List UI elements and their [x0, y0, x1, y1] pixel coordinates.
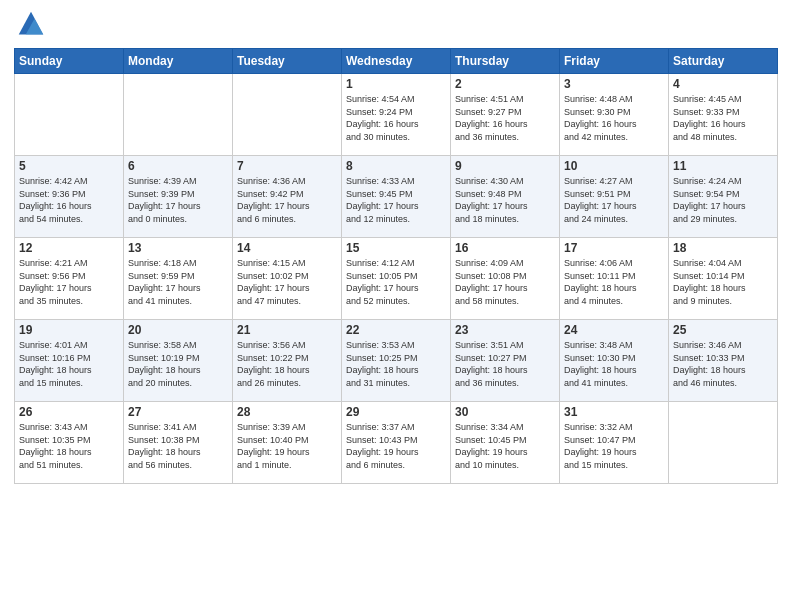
- day-cell-11: 11Sunrise: 4:24 AM Sunset: 9:54 PM Dayli…: [669, 156, 778, 238]
- calendar-table: SundayMondayTuesdayWednesdayThursdayFrid…: [14, 48, 778, 484]
- day-info: Sunrise: 4:24 AM Sunset: 9:54 PM Dayligh…: [673, 175, 773, 225]
- week-row-2: 5Sunrise: 4:42 AM Sunset: 9:36 PM Daylig…: [15, 156, 778, 238]
- col-header-wednesday: Wednesday: [342, 49, 451, 74]
- week-row-4: 19Sunrise: 4:01 AM Sunset: 10:16 PM Dayl…: [15, 320, 778, 402]
- day-number: 6: [128, 159, 228, 173]
- day-cell-24: 24Sunrise: 3:48 AM Sunset: 10:30 PM Dayl…: [560, 320, 669, 402]
- day-cell-12: 12Sunrise: 4:21 AM Sunset: 9:56 PM Dayli…: [15, 238, 124, 320]
- day-number: 12: [19, 241, 119, 255]
- day-cell-7: 7Sunrise: 4:36 AM Sunset: 9:42 PM Daylig…: [233, 156, 342, 238]
- day-number: 23: [455, 323, 555, 337]
- day-cell-15: 15Sunrise: 4:12 AM Sunset: 10:05 PM Dayl…: [342, 238, 451, 320]
- empty-cell: [124, 74, 233, 156]
- day-cell-19: 19Sunrise: 4:01 AM Sunset: 10:16 PM Dayl…: [15, 320, 124, 402]
- day-info: Sunrise: 4:39 AM Sunset: 9:39 PM Dayligh…: [128, 175, 228, 225]
- day-info: Sunrise: 4:42 AM Sunset: 9:36 PM Dayligh…: [19, 175, 119, 225]
- day-cell-1: 1Sunrise: 4:54 AM Sunset: 9:24 PM Daylig…: [342, 74, 451, 156]
- day-cell-17: 17Sunrise: 4:06 AM Sunset: 10:11 PM Dayl…: [560, 238, 669, 320]
- empty-cell: [233, 74, 342, 156]
- day-info: Sunrise: 4:30 AM Sunset: 9:48 PM Dayligh…: [455, 175, 555, 225]
- day-number: 8: [346, 159, 446, 173]
- day-number: 3: [564, 77, 664, 91]
- day-number: 27: [128, 405, 228, 419]
- day-number: 1: [346, 77, 446, 91]
- day-cell-26: 26Sunrise: 3:43 AM Sunset: 10:35 PM Dayl…: [15, 402, 124, 484]
- day-info: Sunrise: 3:32 AM Sunset: 10:47 PM Daylig…: [564, 421, 664, 471]
- day-cell-10: 10Sunrise: 4:27 AM Sunset: 9:51 PM Dayli…: [560, 156, 669, 238]
- day-number: 9: [455, 159, 555, 173]
- day-number: 21: [237, 323, 337, 337]
- day-info: Sunrise: 4:09 AM Sunset: 10:08 PM Daylig…: [455, 257, 555, 307]
- day-info: Sunrise: 4:01 AM Sunset: 10:16 PM Daylig…: [19, 339, 119, 389]
- day-info: Sunrise: 4:48 AM Sunset: 9:30 PM Dayligh…: [564, 93, 664, 143]
- day-cell-13: 13Sunrise: 4:18 AM Sunset: 9:59 PM Dayli…: [124, 238, 233, 320]
- day-info: Sunrise: 4:51 AM Sunset: 9:27 PM Dayligh…: [455, 93, 555, 143]
- day-number: 17: [564, 241, 664, 255]
- day-cell-3: 3Sunrise: 4:48 AM Sunset: 9:30 PM Daylig…: [560, 74, 669, 156]
- day-cell-4: 4Sunrise: 4:45 AM Sunset: 9:33 PM Daylig…: [669, 74, 778, 156]
- day-number: 5: [19, 159, 119, 173]
- week-row-3: 12Sunrise: 4:21 AM Sunset: 9:56 PM Dayli…: [15, 238, 778, 320]
- day-info: Sunrise: 3:34 AM Sunset: 10:45 PM Daylig…: [455, 421, 555, 471]
- empty-cell: [15, 74, 124, 156]
- day-cell-6: 6Sunrise: 4:39 AM Sunset: 9:39 PM Daylig…: [124, 156, 233, 238]
- day-info: Sunrise: 4:18 AM Sunset: 9:59 PM Dayligh…: [128, 257, 228, 307]
- col-header-monday: Monday: [124, 49, 233, 74]
- page: SundayMondayTuesdayWednesdayThursdayFrid…: [0, 0, 792, 492]
- day-number: 29: [346, 405, 446, 419]
- day-info: Sunrise: 3:51 AM Sunset: 10:27 PM Daylig…: [455, 339, 555, 389]
- day-cell-8: 8Sunrise: 4:33 AM Sunset: 9:45 PM Daylig…: [342, 156, 451, 238]
- day-cell-2: 2Sunrise: 4:51 AM Sunset: 9:27 PM Daylig…: [451, 74, 560, 156]
- day-cell-28: 28Sunrise: 3:39 AM Sunset: 10:40 PM Dayl…: [233, 402, 342, 484]
- day-info: Sunrise: 4:36 AM Sunset: 9:42 PM Dayligh…: [237, 175, 337, 225]
- day-info: Sunrise: 3:39 AM Sunset: 10:40 PM Daylig…: [237, 421, 337, 471]
- day-cell-21: 21Sunrise: 3:56 AM Sunset: 10:22 PM Dayl…: [233, 320, 342, 402]
- week-row-5: 26Sunrise: 3:43 AM Sunset: 10:35 PM Dayl…: [15, 402, 778, 484]
- day-info: Sunrise: 4:45 AM Sunset: 9:33 PM Dayligh…: [673, 93, 773, 143]
- day-number: 10: [564, 159, 664, 173]
- day-number: 20: [128, 323, 228, 337]
- day-number: 19: [19, 323, 119, 337]
- day-number: 15: [346, 241, 446, 255]
- day-info: Sunrise: 4:04 AM Sunset: 10:14 PM Daylig…: [673, 257, 773, 307]
- day-info: Sunrise: 4:21 AM Sunset: 9:56 PM Dayligh…: [19, 257, 119, 307]
- day-number: 22: [346, 323, 446, 337]
- col-header-tuesday: Tuesday: [233, 49, 342, 74]
- day-number: 30: [455, 405, 555, 419]
- day-cell-16: 16Sunrise: 4:09 AM Sunset: 10:08 PM Dayl…: [451, 238, 560, 320]
- day-number: 25: [673, 323, 773, 337]
- day-number: 13: [128, 241, 228, 255]
- col-header-thursday: Thursday: [451, 49, 560, 74]
- day-info: Sunrise: 4:54 AM Sunset: 9:24 PM Dayligh…: [346, 93, 446, 143]
- day-info: Sunrise: 4:27 AM Sunset: 9:51 PM Dayligh…: [564, 175, 664, 225]
- day-cell-31: 31Sunrise: 3:32 AM Sunset: 10:47 PM Dayl…: [560, 402, 669, 484]
- day-number: 14: [237, 241, 337, 255]
- day-info: Sunrise: 3:48 AM Sunset: 10:30 PM Daylig…: [564, 339, 664, 389]
- day-cell-5: 5Sunrise: 4:42 AM Sunset: 9:36 PM Daylig…: [15, 156, 124, 238]
- col-header-sunday: Sunday: [15, 49, 124, 74]
- day-cell-27: 27Sunrise: 3:41 AM Sunset: 10:38 PM Dayl…: [124, 402, 233, 484]
- day-number: 11: [673, 159, 773, 173]
- day-number: 31: [564, 405, 664, 419]
- day-number: 18: [673, 241, 773, 255]
- day-cell-23: 23Sunrise: 3:51 AM Sunset: 10:27 PM Dayl…: [451, 320, 560, 402]
- day-info: Sunrise: 3:53 AM Sunset: 10:25 PM Daylig…: [346, 339, 446, 389]
- day-info: Sunrise: 4:06 AM Sunset: 10:11 PM Daylig…: [564, 257, 664, 307]
- logo-icon: [17, 10, 45, 38]
- day-cell-22: 22Sunrise: 3:53 AM Sunset: 10:25 PM Dayl…: [342, 320, 451, 402]
- day-info: Sunrise: 4:15 AM Sunset: 10:02 PM Daylig…: [237, 257, 337, 307]
- day-number: 2: [455, 77, 555, 91]
- day-cell-25: 25Sunrise: 3:46 AM Sunset: 10:33 PM Dayl…: [669, 320, 778, 402]
- day-info: Sunrise: 3:43 AM Sunset: 10:35 PM Daylig…: [19, 421, 119, 471]
- header: [14, 10, 778, 42]
- week-row-1: 1Sunrise: 4:54 AM Sunset: 9:24 PM Daylig…: [15, 74, 778, 156]
- day-info: Sunrise: 3:37 AM Sunset: 10:43 PM Daylig…: [346, 421, 446, 471]
- day-info: Sunrise: 3:56 AM Sunset: 10:22 PM Daylig…: [237, 339, 337, 389]
- day-info: Sunrise: 4:33 AM Sunset: 9:45 PM Dayligh…: [346, 175, 446, 225]
- day-cell-20: 20Sunrise: 3:58 AM Sunset: 10:19 PM Dayl…: [124, 320, 233, 402]
- day-number: 4: [673, 77, 773, 91]
- day-number: 16: [455, 241, 555, 255]
- day-cell-9: 9Sunrise: 4:30 AM Sunset: 9:48 PM Daylig…: [451, 156, 560, 238]
- day-cell-30: 30Sunrise: 3:34 AM Sunset: 10:45 PM Dayl…: [451, 402, 560, 484]
- day-info: Sunrise: 3:41 AM Sunset: 10:38 PM Daylig…: [128, 421, 228, 471]
